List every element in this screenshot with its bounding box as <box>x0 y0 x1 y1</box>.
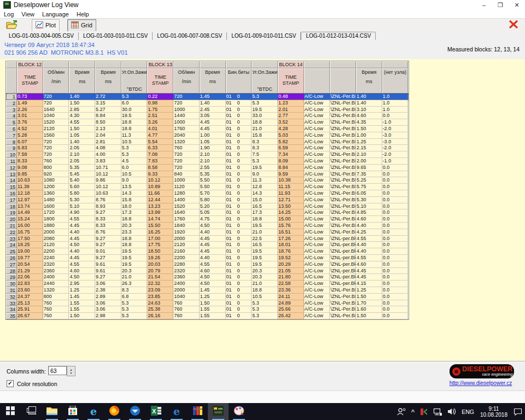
grid-cell[interactable]: 16.5 <box>252 203 278 210</box>
grid-cell[interactable]: 2.38 <box>95 287 121 294</box>
grid-cell[interactable]: 1.55 <box>69 306 95 313</box>
row-number-cell[interactable]: 15 <box>6 184 17 190</box>
grid-cell[interactable]: 4.50 <box>200 274 226 281</box>
grid-cell[interactable]: 1000 <box>173 107 200 113</box>
grid-cell[interactable]: 01 0 <box>226 132 252 139</box>
timestamp-cell[interactable]: 4.77 <box>147 132 173 139</box>
grid-cell[interactable]: 01 0 <box>226 107 252 113</box>
timestamp-cell[interactable]: 24.63 <box>147 300 173 307</box>
grid-cell[interactable]: 1480 <box>43 197 69 203</box>
grid-cell[interactable]: 4.45 <box>69 236 95 242</box>
grid-cell[interactable]: 1360 <box>43 190 69 197</box>
grid-cell[interactable]: 19.5 <box>121 261 148 268</box>
grid-cell[interactable]: 19.5 <box>252 255 278 261</box>
timestamp-cell[interactable]: 17.26 <box>278 236 304 242</box>
grid-cell[interactable]: 1840 <box>173 223 200 229</box>
grid-cell[interactable]: 5.3 <box>252 94 278 100</box>
grid-cell[interactable]: -1.0 <box>382 119 409 126</box>
grid-row[interactable]: 1612.1813605.8010.6314.311.6612805.7001 … <box>6 190 409 197</box>
grid-cell[interactable]: \ZNL-Per.BK <box>330 100 356 107</box>
grid-row[interactable]: 2418.2521204.509.2718.817.7521204.4501 0… <box>6 242 409 248</box>
grid-cell[interactable]: 01 0 <box>226 294 252 300</box>
grid-cell[interactable]: 4.08 <box>95 145 121 151</box>
grid-cell[interactable]: 9.27 <box>95 255 121 261</box>
grid-row[interactable]: 64.5221201.502.1318.84.0117604.4501 021.… <box>6 126 409 132</box>
grid-cell[interactable]: 760 <box>43 158 69 165</box>
grid-row[interactable]: 2821.2923604.609.6120.320.7923204.6001 0… <box>6 268 409 275</box>
grid-cell[interactable]: 01 0 <box>226 281 252 287</box>
timestamp-cell[interactable]: 12.18 <box>17 190 43 197</box>
grid-cell[interactable]: 2.55 <box>200 165 226 171</box>
grid-cell[interactable]: 4.45 <box>356 268 382 275</box>
tab-log-003-010-011[interactable]: LOG-01-003-010-011.CSV <box>79 32 153 40</box>
grid-cell[interactable]: \ZNL-Per.BK <box>330 94 356 100</box>
grid-cell[interactable]: 21.0 <box>252 126 278 132</box>
grid-cell[interactable]: 4.40 <box>356 242 382 248</box>
grid-row[interactable]: 75.2815601.052.0411.34.7720401.0001 015.… <box>6 132 409 139</box>
grid-cell[interactable]: A/C-Low <box>304 165 330 171</box>
grid-cell[interactable]: A/C-Low <box>304 151 330 158</box>
timestamp-cell[interactable]: 20.03 <box>147 261 173 268</box>
grid-cell[interactable]: A/C-Low <box>304 255 330 261</box>
grid-row[interactable]: 86.077201.402.8110.55.5413201.0501 08.35… <box>6 139 409 145</box>
grid-cell[interactable]: 01 0 <box>226 216 252 223</box>
grid-row[interactable]: 1712.9714805.308.7615.812.4414005.8001 0… <box>6 197 409 203</box>
grid-cell[interactable]: 2080 <box>43 236 69 242</box>
timestamp-cell[interactable]: 25.13 <box>17 300 43 307</box>
timestamp-cell[interactable]: 15.00 <box>278 216 304 223</box>
grid-cell[interactable]: 9.27 <box>95 236 121 242</box>
grid-cell[interactable]: 10.12 <box>95 184 121 190</box>
grid-cell[interactable]: 1920 <box>173 229 200 236</box>
grid-cell[interactable]: 1880 <box>43 223 69 229</box>
timestamp-cell[interactable]: 7.34 <box>278 151 304 158</box>
grid-cell[interactable]: A/C-Low <box>304 190 330 197</box>
timestamp-cell[interactable]: 17.50 <box>17 236 43 242</box>
grid-cell[interactable]: 5.27 <box>95 107 121 113</box>
grid-cell[interactable]: 5.3 <box>121 306 148 313</box>
row-number-cell[interactable]: 30 <box>6 281 17 287</box>
grid-cell[interactable]: \ZNL-Per.BK <box>330 313 356 319</box>
row-number-cell[interactable]: 12 <box>6 165 17 171</box>
grid-row[interactable]: 1410.6310805.409.869.010.1210005.5001 01… <box>6 177 409 184</box>
grid-cell[interactable]: 13.5 <box>121 184 148 190</box>
volume-icon[interactable] <box>445 403 459 420</box>
grid-cell[interactable]: \ZNL-Per.BK <box>330 139 356 145</box>
timestamp-cell[interactable]: 21.80 <box>278 274 304 281</box>
grid-cell[interactable]: 1.45 <box>200 287 226 294</box>
timestamp-cell[interactable]: 23.60 <box>17 287 43 294</box>
grid-cell[interactable]: 0.0 <box>382 313 409 319</box>
grid-cell[interactable]: 8.50 <box>95 119 121 126</box>
grid-cell[interactable]: \ZNL-Per.BK <box>330 223 356 229</box>
grid-cell[interactable]: 760 <box>173 145 200 151</box>
clock[interactable]: 9:11 10.08.2018 <box>477 406 511 418</box>
grid-cell[interactable]: -1.0 <box>382 158 409 165</box>
grid-cell[interactable]: 1440 <box>173 113 200 119</box>
grid-cell[interactable]: A/C-Low <box>304 261 330 268</box>
timestamp-cell[interactable]: 20.54 <box>17 261 43 268</box>
grid-cell[interactable]: 2.10 <box>356 151 382 158</box>
timestamp-cell[interactable]: 2.01 <box>278 107 304 113</box>
grid-cell[interactable]: 2240 <box>43 255 69 261</box>
timestamp-cell[interactable]: 0.98 <box>147 100 173 107</box>
timestamp-cell[interactable]: 5.82 <box>278 139 304 145</box>
grid-cell[interactable]: 4.5 <box>121 158 148 165</box>
grid-cell[interactable]: \ZNL-Per.BK <box>330 216 356 223</box>
grid-cell[interactable]: A/C-Low <box>304 158 330 165</box>
grid-cell[interactable]: 760 <box>173 306 200 313</box>
timestamp-cell[interactable]: 14.49 <box>17 209 43 216</box>
grid-cell[interactable]: 9.61 <box>95 261 121 268</box>
timestamp-cell[interactable]: 22.83 <box>17 281 43 287</box>
grid-cell[interactable]: 16.5 <box>252 242 278 248</box>
grid-cell[interactable]: 2.13 <box>95 126 121 132</box>
grid-cell[interactable]: A/C-Low <box>304 126 330 132</box>
timestamp-cell[interactable]: 7.58 <box>17 151 43 158</box>
grid-cell[interactable]: A/C-Low <box>304 229 330 236</box>
grid-cell[interactable]: 4.45 <box>356 274 382 281</box>
grid-cell[interactable]: 2.98 <box>95 313 121 319</box>
grid-cell[interactable]: 800 <box>43 165 69 171</box>
grid-cell[interactable]: 8.3 <box>252 145 278 151</box>
grid-cell[interactable]: 4.25 <box>356 229 382 236</box>
grid-cell[interactable]: \ZNL-Per.BK <box>330 184 356 190</box>
grid-cell[interactable]: -3.0 <box>382 139 409 145</box>
timestamp-cell[interactable]: 10.89 <box>147 184 173 190</box>
